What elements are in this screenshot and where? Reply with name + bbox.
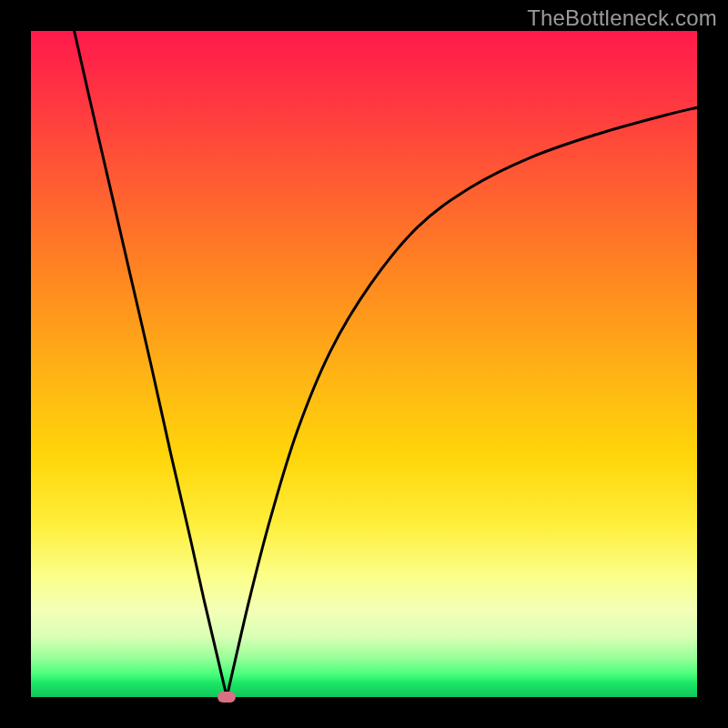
chart-frame: TheBottleneck.com <box>0 0 728 728</box>
plot-area <box>31 31 697 697</box>
curve-right-branch <box>227 107 697 697</box>
watermark-text: TheBottleneck.com <box>527 5 717 31</box>
curve-left-branch <box>75 31 228 697</box>
curve-svg <box>31 31 697 697</box>
minimum-marker <box>217 692 236 703</box>
